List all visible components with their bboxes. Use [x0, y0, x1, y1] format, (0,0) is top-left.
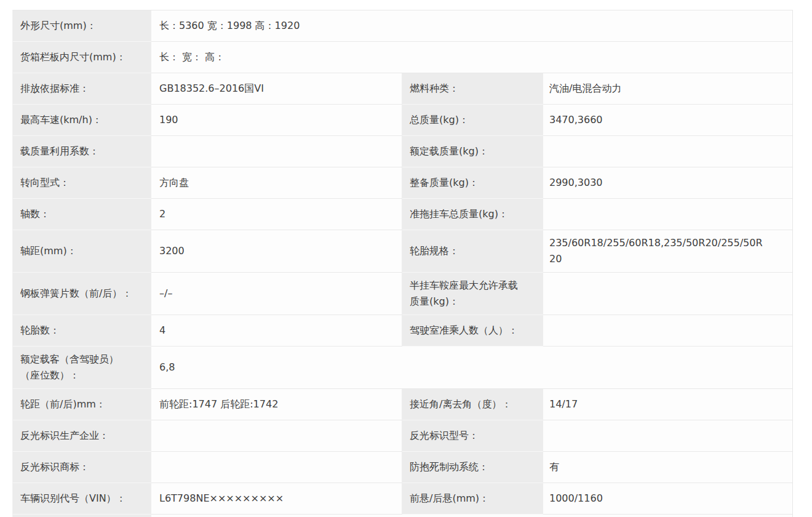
spec-label: 反光标识商标：: [13, 452, 151, 483]
spec-value: 235/60R18/255/60R18,235/50R20/255/50R20: [543, 230, 792, 273]
spec-label: 额定载质量(kg)：: [402, 136, 543, 167]
spec-value: 3470,3660: [543, 105, 792, 136]
cell-text: 6,8: [159, 359, 785, 375]
cell-text: 货箱栏板内尺寸(mm)：: [20, 49, 135, 65]
spec-value: 3200: [151, 230, 402, 273]
spec-label: 半挂车鞍座最大允许承载质量(kg)：: [402, 273, 543, 315]
cell-text: 2: [159, 206, 394, 222]
table-row: 货箱栏板内尺寸(mm)：长： 宽： 高：: [13, 42, 792, 73]
spec-label: 防抱死制动系统：: [402, 452, 543, 483]
spec-label: 准拖挂车总质量(kg)：: [402, 199, 543, 230]
cell-text: 半挂车鞍座最大允许承载质量(kg)：: [410, 278, 524, 310]
spec-value: 方向盘: [151, 167, 402, 199]
spec-value: 6,8: [151, 347, 792, 389]
cell-text: 钢板弹簧片数（前/后）：: [20, 286, 135, 302]
cell-text: 汽油/电混合动力: [549, 81, 763, 97]
cell-text: 长：5360 宽：1998 高：1920: [159, 18, 785, 34]
cell-text: 有: [549, 459, 763, 475]
cell-text: 长： 宽： 高：: [159, 49, 785, 65]
cell-text: 总质量(kg)：: [410, 112, 524, 128]
cell-text: 2990,3030: [549, 175, 763, 191]
spec-value: –/–: [151, 273, 402, 315]
spec-value: [543, 136, 792, 167]
spec-label: 轴距(mm)：: [13, 230, 151, 273]
cell-text: 车辆识别代号（VIN）：: [20, 491, 135, 507]
spec-value: [543, 199, 792, 230]
spec-label: 排放依据标准：: [13, 73, 151, 105]
spec-value: 14/17: [543, 389, 792, 420]
cell-text: 载质量利用系数：: [20, 143, 135, 159]
spec-label: 载质量利用系数：: [13, 136, 151, 167]
table-row: 外形尺寸(mm)：长：5360 宽：1998 高：1920: [13, 10, 792, 42]
table-row: 轴数：2准拖挂车总质量(kg)：: [13, 199, 792, 230]
cell-text: 额定载客（含驾驶员）（座位数）：: [20, 351, 135, 383]
cell-text: 准拖挂车总质量(kg)：: [410, 206, 524, 222]
spec-label: 驾驶室准乘人数（人）：: [402, 315, 543, 347]
table-row: 额定载客（含驾驶员）（座位数）：6,8: [13, 347, 792, 389]
cell-text: 190: [159, 112, 394, 128]
cell-text: 3470,3660: [549, 112, 763, 128]
spec-value: 4: [151, 315, 402, 347]
spec-label: 整备质量(kg)：: [402, 167, 543, 199]
cell-text: 排放依据标准：: [20, 81, 135, 97]
spec-label: 货箱栏板内尺寸(mm)：: [13, 42, 151, 73]
spec-label: 外形尺寸(mm)：: [13, 10, 151, 42]
table-row: 车辆识别代号（VIN）：L6T798NE×××××××××前悬/后悬(mm)：1…: [13, 483, 792, 515]
cell-text: 燃料种类：: [410, 81, 524, 97]
spec-value: 1000/1160: [543, 483, 792, 515]
cell-text: 整备质量(kg)：: [410, 175, 524, 191]
spec-label: 最高车速(km/h)：: [13, 105, 151, 136]
cell-text: 转向型式：: [20, 175, 135, 191]
spec-value: L6T798NE×××××××××: [151, 483, 402, 515]
spec-value: 汽油/电混合动力: [543, 73, 792, 105]
cell-text: 接近角/离去角（度）：: [410, 396, 524, 412]
table-row: [13, 515, 792, 517]
cell-text: 防抱死制动系统：: [410, 459, 524, 475]
spec-value: 2990,3030: [543, 167, 792, 199]
cell-text: 前悬/后悬(mm)：: [410, 491, 524, 507]
spec-label: 总质量(kg)：: [402, 105, 543, 136]
table-row: 轮距（前/后)mm：前轮距:1747 后轮距:1742接近角/离去角（度）：14…: [13, 389, 792, 420]
table-row: 钢板弹簧片数（前/后）：–/–半挂车鞍座最大允许承载质量(kg)：: [13, 273, 792, 315]
cell-text: 轮胎数：: [20, 323, 135, 339]
cell-text: 反光标识商标：: [20, 459, 135, 475]
cell-text: 额定载质量(kg)：: [410, 143, 524, 159]
spec-value: [151, 515, 792, 517]
table-row: 反光标识生产企业：反光标识型号：: [13, 420, 792, 452]
cell-text: 1000/1160: [549, 491, 763, 507]
spec-value: 长： 宽： 高：: [151, 42, 792, 73]
spec-value: [543, 315, 792, 347]
cell-text: 轮距（前/后)mm：: [20, 396, 135, 412]
cell-text: 反光标识型号：: [410, 428, 524, 444]
table-row: 反光标识商标：防抱死制动系统：有: [13, 452, 792, 483]
spec-label: 轮胎数：: [13, 315, 151, 347]
spec-value: [151, 452, 402, 483]
cell-text: 轮胎规格：: [410, 243, 524, 259]
spec-label: 轮胎规格：: [402, 230, 543, 273]
spec-label: 车辆识别代号（VIN）：: [13, 483, 151, 515]
spec-value: GB18352.6–2016国VI: [151, 73, 402, 105]
cell-text: 235/60R18/255/60R18,235/50R20/255/50R20: [549, 235, 763, 267]
cell-text: 前轮距:1747 后轮距:1742: [159, 396, 394, 412]
spec-value: [543, 420, 792, 452]
spec-label: 轴数：: [13, 199, 151, 230]
table-row: 轴距(mm)：3200轮胎规格：235/60R18/255/60R18,235/…: [13, 230, 792, 273]
cell-text: GB18352.6–2016国VI: [159, 81, 394, 97]
cell-text: 轴距(mm)：: [20, 243, 135, 259]
spec-value: 前轮距:1747 后轮距:1742: [151, 389, 402, 420]
cell-text: 驾驶室准乘人数（人）：: [410, 323, 524, 339]
spec-value: [543, 273, 792, 315]
cell-text: L6T798NE×××××××××: [159, 491, 394, 507]
cell-text: 最高车速(km/h)：: [20, 112, 135, 128]
spec-value: 长：5360 宽：1998 高：1920: [151, 10, 792, 42]
spec-label: 燃料种类：: [402, 73, 543, 105]
spec-value: [151, 136, 402, 167]
cell-text: 方向盘: [159, 175, 394, 191]
spec-label: 转向型式：: [13, 167, 151, 199]
cell-text: 外形尺寸(mm)：: [20, 18, 135, 34]
spec-value: 2: [151, 199, 402, 230]
spec-value: 有: [543, 452, 792, 483]
table-row: 最高车速(km/h)：190总质量(kg)：3470,3660: [13, 105, 792, 136]
cell-text: 14/17: [549, 396, 763, 412]
spec-label: 反光标识型号：: [402, 420, 543, 452]
